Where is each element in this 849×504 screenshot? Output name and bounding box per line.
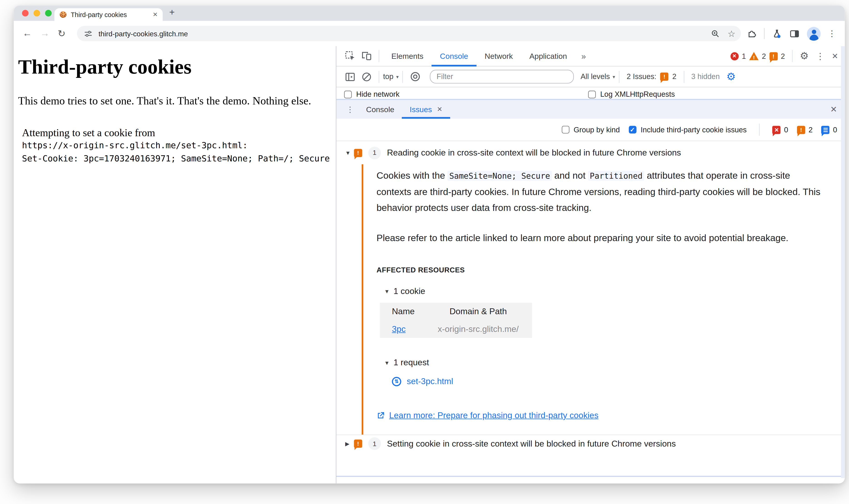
inspect-element-icon[interactable] (344, 50, 356, 62)
drawer-tab-console[interactable]: Console (358, 100, 402, 119)
issues-list: ▼ ! 1 Reading cookie in cross-site conte… (336, 141, 845, 477)
side-panel-icon[interactable] (789, 29, 800, 39)
warning-badge-icon[interactable]: ! (749, 52, 759, 60)
drawer-menu-icon[interactable]: ⋮ (344, 103, 356, 115)
experiments-flask-icon[interactable] (772, 29, 782, 39)
cookie-name-link[interactable]: 3pc (392, 324, 406, 334)
drawer-tab-bar: ⋮ Console Issues ✕ ✕ (336, 99, 845, 119)
traffic-light-minimize[interactable] (34, 10, 40, 17)
tab-network[interactable]: Network (476, 46, 521, 66)
hidden-messages-label[interactable]: 3 hidden (691, 72, 720, 80)
checkbox-icon[interactable] (562, 126, 569, 133)
devtools-panel: Elements Console Network Application » ✕… (336, 46, 845, 483)
devtools-close-icon[interactable]: ✕ (832, 52, 838, 60)
issues-toolbar: Group by kind ✓ Include third-party cook… (336, 119, 845, 141)
collapse-triangle-icon[interactable]: ▼ (384, 288, 390, 294)
live-expression-eye-icon[interactable] (409, 71, 421, 83)
console-toolbar: top ▾ All levels ▾ 2 Issu (336, 67, 845, 87)
site-settings-icon[interactable] (84, 29, 93, 38)
checkbox-icon[interactable] (588, 90, 596, 98)
hide-network-checkbox[interactable]: Hide network (344, 90, 400, 98)
context-selector[interactable]: top ▾ (383, 72, 399, 80)
improvements-badge: ☰ 0 (821, 126, 837, 134)
issue-count-pill: 1 (368, 146, 381, 159)
issue-header[interactable]: ▼ ! 1 Reading cookie in cross-site conte… (336, 141, 845, 164)
url-text[interactable]: third-party-cookies.glitch.me (99, 29, 710, 37)
drawer-close-icon[interactable]: ✕ (830, 104, 837, 114)
cookie-log-line-1: Attempting to set a cookie from (22, 127, 155, 139)
table-row: 3pc x-origin-src.glitch.me/ (380, 320, 532, 338)
request-group-toggle[interactable]: ▼ 1 request (384, 358, 823, 367)
error-count: 1 (742, 52, 746, 60)
device-toolbar-icon[interactable] (361, 50, 373, 62)
back-button[interactable]: ← (22, 28, 32, 39)
table-header-row: Name Domain & Path (380, 303, 532, 320)
extensions-icon[interactable] (746, 29, 757, 39)
expand-triangle-icon[interactable]: ▶ (345, 440, 354, 447)
devtools-settings-icon[interactable]: ⚙ (800, 51, 809, 61)
separator (619, 71, 619, 83)
issues-counter-button[interactable]: 2 Issues: ! 2 (626, 72, 676, 80)
issue-details: Cookies with the SameSite=None; Secure a… (361, 164, 845, 435)
browser-tab[interactable]: 🍪 Third-party cookies ✕ (54, 8, 163, 21)
browser-menu-icon[interactable]: ⋮ (828, 29, 836, 39)
devtools-menu-icon[interactable]: ⋮ (814, 50, 826, 62)
group-by-kind-checkbox[interactable]: Group by kind (562, 126, 620, 134)
cookie-domain-value: x-origin-src.glitch.me/ (425, 320, 532, 338)
traffic-light-zoom[interactable] (45, 10, 52, 17)
tab-application[interactable]: Application (521, 46, 575, 66)
checkbox-checked-icon[interactable]: ✓ (629, 126, 636, 133)
collapse-triangle-icon[interactable]: ▼ (384, 360, 390, 366)
window-content: Third-party cookies This demo tries to s… (14, 46, 845, 483)
issues-badge-icon: ! (660, 72, 669, 80)
log-xhr-checkbox[interactable]: Log XMLHttpRequests (588, 90, 675, 98)
forward-button[interactable]: → (40, 28, 50, 39)
include-third-party-checkbox[interactable]: ✓ Include third-party cookie issues (629, 126, 747, 134)
omnibox[interactable]: third-party-cookies.glitch.me ☆ (77, 26, 741, 41)
network-request-icon: ⇅ (392, 377, 401, 386)
learn-more-link[interactable]: Learn more: Prepare for phasing out thir… (389, 411, 599, 420)
checkbox-icon[interactable] (344, 90, 352, 98)
issue-item-collapsed: ▶ ! 1 Setting cookie in cross-site conte… (336, 435, 845, 452)
tab-elements[interactable]: Elements (383, 46, 432, 66)
collapse-triangle-icon[interactable]: ▼ (345, 150, 354, 156)
page-errors-badge: ✕ 0 (773, 126, 788, 134)
affected-resources-heading: AFFECTED RESOURCES (376, 266, 823, 274)
console-filter-input[interactable] (430, 70, 574, 84)
more-tabs-icon[interactable]: » (575, 51, 592, 60)
clear-console-icon[interactable] (361, 71, 373, 83)
issue-title: Setting cookie in cross-site context wil… (387, 438, 676, 449)
tab-title: Third-party cookies (71, 11, 149, 18)
zoom-level-icon[interactable] (710, 29, 720, 38)
desktop: 🍪 Third-party cookies ✕ + ← → ↻ third-pa… (0, 0, 849, 504)
page-title: Third-party cookies (18, 55, 192, 78)
bookmark-star-icon[interactable]: ☆ (727, 29, 736, 39)
browser-window: 🍪 Third-party cookies ✕ + ← → ↻ third-pa… (14, 5, 845, 483)
cookie-group-toggle[interactable]: ▼ 1 cookie (384, 286, 823, 296)
tab-console[interactable]: Console (432, 46, 477, 66)
error-badge-icon[interactable]: ✕ (730, 52, 738, 60)
learn-more-row: Learn more: Prepare for phasing out thir… (376, 411, 823, 420)
issue-header[interactable]: ▶ ! 1 Setting cookie in cross-site conte… (336, 435, 845, 452)
separator (403, 71, 403, 83)
drawer-tab-issues[interactable]: Issues ✕ (402, 100, 450, 119)
separator (378, 71, 379, 83)
console-settings-icon-active[interactable]: ⚙ (726, 72, 736, 82)
console-sidebar-icon[interactable] (344, 71, 356, 83)
issues-badge-icon[interactable]: ! (769, 52, 777, 60)
error-bubble-icon: ✕ (773, 126, 781, 134)
log-levels-selector[interactable]: All levels ▾ (581, 72, 615, 80)
reload-button[interactable]: ↻ (58, 28, 66, 39)
toolbar-right-cluster: ⋮ (746, 26, 838, 40)
toolbar-separator (764, 28, 764, 39)
separator (684, 71, 684, 83)
close-issues-tab-icon[interactable]: ✕ (437, 106, 442, 113)
web-page: Third-party cookies This demo tries to s… (14, 46, 337, 483)
tab-close-icon[interactable]: ✕ (153, 11, 158, 18)
request-file-link[interactable]: set-3pc.html (407, 376, 453, 386)
separator (378, 50, 379, 62)
profile-avatar[interactable] (807, 26, 821, 40)
devtools-focus-strip (841, 46, 845, 478)
new-tab-button[interactable]: + (169, 7, 175, 18)
traffic-light-close[interactable] (22, 10, 29, 17)
